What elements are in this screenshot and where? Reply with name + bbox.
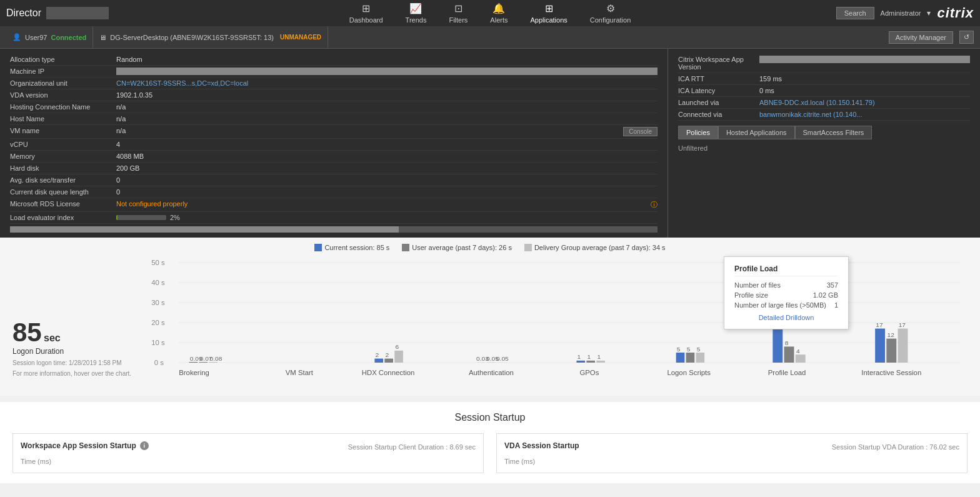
scroll-bar[interactable] (10, 226, 658, 233)
nav-alerts[interactable]: 🔔 Alerts (479, 0, 519, 26)
admin-label: Administrator (881, 9, 921, 17)
legend-dg-avg: Delivery Group average (past 7 days): 34… (524, 244, 666, 251)
machine-name: DG-ServerDesktop (ABNE9\W2K16ST-9SSRS5T:… (110, 34, 274, 41)
svg-text:40 s: 40 s (151, 279, 164, 286)
detail-rds: Microsoft RDS License Not configured pro… (10, 198, 658, 212)
detail-value-org[interactable]: CN=W2K16ST-9SSRS...s,DC=xd,DC=local (116, 79, 658, 87)
legend-user-avg: User average (past 7 days): 26 s (402, 244, 512, 251)
ica-launched-value[interactable]: ABNE9-DDC.xd.local (10.150.141.79) (759, 99, 970, 106)
drilldown-link[interactable]: Detailed Drilldown (734, 314, 838, 321)
svg-rect-43 (696, 353, 705, 363)
svg-text:2: 2 (376, 352, 379, 358)
workspace-duration: Session Startup Client Duration : 8.69 s… (348, 443, 476, 451)
svg-rect-57 (898, 329, 908, 363)
profile-tooltip: Profile Load Number of files 357 Profile… (724, 256, 849, 329)
detail-value-hosting: n/a (116, 103, 658, 111)
svg-text:Brokering: Brokering (179, 369, 209, 376)
nav-filters[interactable]: ⊡ Filters (438, 0, 479, 26)
alerts-icon: 🔔 (492, 3, 505, 14)
svg-rect-41 (676, 353, 685, 363)
detail-machine-ip: Machine IP (10, 66, 658, 78)
nav-dashboard[interactable]: ⊞ Dashboard (338, 0, 394, 26)
svg-text:20 s: 20 s (151, 319, 164, 326)
detail-label-org: Organizational unit (10, 79, 116, 87)
detail-allocation: Allocation type Random (10, 54, 658, 66)
rds-info-icon[interactable]: ⓘ (651, 200, 658, 209)
workspace-panel-title: Workspace App Session Startup i (21, 441, 149, 450)
detail-avg-disk: Avg. disk sec/transfer 0 (10, 174, 658, 186)
configuration-icon: ⚙ (606, 3, 615, 14)
tooltip-value-large: 1 (834, 301, 838, 309)
refresh-button[interactable]: ↺ (959, 31, 974, 44)
svg-text:6: 6 (395, 344, 399, 350)
logon-section: Current session: 85 s User average (past… (0, 238, 980, 396)
detail-value-vmname: n/a (116, 127, 618, 134)
svg-text:2: 2 (385, 352, 389, 358)
ica-connected-label: Connected via (678, 111, 759, 118)
tab-hosted-apps[interactable]: Hosted Applications (718, 126, 795, 139)
nav-trends[interactable]: 📈 Trends (394, 0, 438, 26)
detail-org: Organizational unit CN=W2K16ST-9SSRS...s… (10, 78, 658, 89)
detail-hostname: Host Name n/a (10, 113, 658, 125)
ica-workspace: Citrix Workspace App Version (678, 54, 970, 73)
ica-rtt-label: ICA RTT (678, 75, 759, 83)
detail-label-harddisk: Hard disk (10, 164, 116, 172)
ica-connected-value[interactable]: banwmonikak.citrite.net (10.140... (759, 111, 970, 118)
svg-rect-34 (576, 361, 585, 363)
ica-connected: Connected via banwmonikak.citrite.net (1… (678, 109, 970, 121)
tab-smartaccess[interactable]: SmartAccess Filters (795, 126, 872, 139)
svg-text:HDX Connection: HDX Connection (362, 369, 415, 376)
tooltip-title: Profile Load (734, 264, 838, 276)
svg-text:1: 1 (597, 354, 601, 360)
logo-input[interactable] (46, 7, 109, 19)
detail-label-allocation: Allocation type (10, 56, 116, 63)
svg-rect-13 (199, 362, 208, 363)
nav-applications[interactable]: ⊞ Applications (519, 0, 578, 26)
workspace-title-text: Workspace App Session Startup (21, 441, 136, 450)
chart-legend: Current session: 85 s User average (past… (0, 244, 980, 251)
chart-area: 85 sec Logon Duration Session logon time… (0, 256, 980, 389)
search-button[interactable]: Search (836, 7, 874, 19)
detail-value-avg-disk: 0 (116, 176, 658, 184)
ica-workspace-label: Citrix Workspace App Version (678, 56, 759, 71)
detail-value-disk-queue: 0 (116, 188, 658, 196)
detail-harddisk: Hard disk 200 GB (10, 163, 658, 174)
workspace-info-icon[interactable]: i (140, 441, 149, 450)
session-startup-title: Session Startup (12, 412, 968, 423)
unmanaged-badge: UNMANAGED (280, 34, 321, 41)
svg-text:0.05: 0.05 (496, 356, 509, 362)
user-info: 👤 User97 Connected (6, 26, 93, 49)
detail-value-vcpu: 4 (116, 141, 658, 148)
detail-value-ip (116, 68, 658, 75)
legend-lightgray-dot (524, 244, 532, 251)
admin-dropdown-icon[interactable]: ▾ (927, 9, 931, 18)
workspace-startup-panel: Workspace App Session Startup i Session … (12, 433, 484, 473)
detail-value-allocation: Random (116, 56, 658, 63)
detail-value-vda: 1902.1.0.35 (116, 91, 658, 99)
vda-panel-title: VDA Session Startup (504, 441, 579, 450)
tab-policies[interactable]: Policies (678, 126, 718, 139)
logo: Director (6, 7, 109, 19)
sub-nav: 👤 User97 Connected 🖥 DG-ServerDesktop (A… (0, 26, 980, 49)
ica-launched: Launched via ABNE9-DDC.xd.local (10.150.… (678, 97, 970, 109)
console-button[interactable]: Console (623, 127, 658, 136)
session-startup-section: Session Startup Workspace App Session St… (0, 402, 980, 483)
legend-user-avg-label: User average (past 7 days): 26 s (412, 244, 512, 251)
svg-text:VM Start: VM Start (286, 369, 313, 376)
ica-rtt-value: 159 ms (759, 75, 970, 83)
activity-manager-button[interactable]: Activity Manager (889, 31, 953, 44)
logon-sub2: For more information, hover over the cha… (12, 370, 131, 377)
svg-rect-36 (596, 361, 605, 363)
nav-configuration[interactable]: ⚙ Configuration (579, 0, 642, 26)
vda-duration: Session Startup VDA Duration : 76.02 sec (832, 443, 959, 451)
logo-text: Director (6, 8, 41, 19)
tooltip-label-large: Number of large files (>50MB) (734, 301, 826, 309)
svg-rect-49 (784, 346, 794, 363)
detail-load-eval: Load evaluator index 2% (10, 212, 658, 224)
ica-latency-label: ICA Latency (678, 87, 759, 94)
svg-rect-14 (209, 362, 218, 363)
detail-label-load-eval: Load evaluator index (10, 214, 116, 221)
ica-workspace-value (759, 56, 970, 63)
detail-label-vcpu: vCPU (10, 141, 116, 148)
legend-dg-avg-label: Delivery Group average (past 7 days): 34… (534, 244, 666, 251)
